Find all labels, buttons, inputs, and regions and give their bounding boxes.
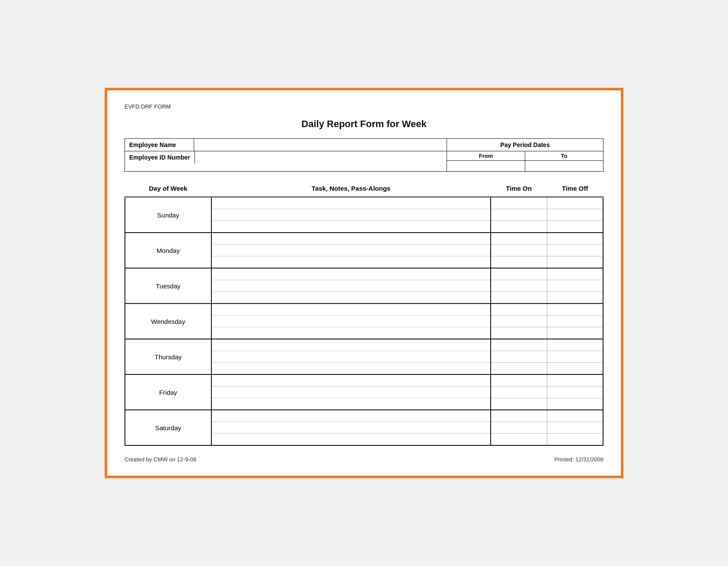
pay-period-dates: From To bbox=[447, 151, 603, 171]
table-row: Thursday bbox=[125, 339, 603, 374]
day-name: Thursday bbox=[155, 353, 182, 361]
employee-id-label: Employee ID Number bbox=[125, 151, 195, 163]
time-on-cell[interactable] bbox=[491, 374, 547, 410]
employee-name-label: Employee Name bbox=[125, 139, 194, 151]
day-name: Monday bbox=[156, 247, 179, 254]
time-off-cell[interactable] bbox=[547, 268, 603, 304]
header-info: Employee Name Employee ID Number Pay Per… bbox=[125, 138, 603, 172]
day-cell-wendesday: Wendesday bbox=[125, 304, 211, 339]
employee-id-row: Employee ID Number bbox=[125, 151, 447, 163]
table-row: Tuesday bbox=[125, 268, 603, 304]
to-label: To bbox=[525, 151, 603, 161]
task-cell[interactable] bbox=[211, 304, 491, 339]
pay-period-from: From bbox=[447, 151, 525, 171]
time-on-cell[interactable] bbox=[491, 339, 547, 374]
time-off-cell[interactable] bbox=[547, 233, 603, 268]
time-on-cell[interactable] bbox=[491, 410, 547, 445]
pay-period-section: Pay Period Dates From To bbox=[447, 139, 603, 171]
time-on-cell[interactable] bbox=[491, 233, 547, 268]
form-title: Daily Report Form for Week bbox=[125, 118, 603, 130]
employee-name-input[interactable] bbox=[194, 139, 447, 151]
table-row: Wendesday bbox=[125, 304, 603, 339]
day-name: Wendesday bbox=[151, 318, 185, 325]
pay-period-to: To bbox=[525, 151, 603, 171]
task-cell[interactable] bbox=[211, 233, 491, 268]
time-on-cell[interactable] bbox=[491, 268, 547, 304]
employee-name-row: Employee Name bbox=[125, 139, 447, 151]
task-cell[interactable] bbox=[211, 197, 491, 233]
time-on-cell[interactable] bbox=[491, 197, 547, 233]
footer-right: Printed: 12/31/2008 bbox=[555, 456, 603, 463]
task-cell[interactable] bbox=[211, 339, 491, 374]
pay-period-title: Pay Period Dates bbox=[447, 139, 603, 151]
time-on-cell[interactable] bbox=[491, 304, 547, 339]
table-row: Friday bbox=[125, 374, 603, 410]
task-cell[interactable] bbox=[211, 410, 491, 445]
task-cell[interactable] bbox=[211, 374, 491, 410]
footer: Created by CMW on 12-9-08 Printed: 12/31… bbox=[125, 456, 603, 463]
task-cell[interactable] bbox=[211, 268, 491, 304]
col-header-time-on: Time On bbox=[491, 180, 547, 197]
time-off-cell[interactable] bbox=[547, 374, 603, 410]
footer-left: Created by CMW on 12-9-08 bbox=[125, 456, 196, 463]
day-cell-friday: Friday bbox=[125, 374, 211, 410]
time-off-cell[interactable] bbox=[547, 339, 603, 374]
table-row: Monday bbox=[125, 233, 603, 268]
day-name: Friday bbox=[159, 389, 177, 396]
time-off-cell[interactable] bbox=[547, 197, 603, 233]
day-name: Saturday bbox=[155, 424, 181, 432]
employee-id-input[interactable] bbox=[195, 151, 447, 163]
employee-section: Employee Name Employee ID Number bbox=[125, 139, 447, 171]
from-input[interactable] bbox=[447, 161, 525, 171]
col-header-day: Day of Week bbox=[125, 180, 211, 197]
day-cell-sunday: Sunday bbox=[125, 197, 211, 233]
day-cell-saturday: Saturday bbox=[125, 410, 211, 445]
table-row: Sunday bbox=[125, 197, 603, 233]
day-cell-monday: Monday bbox=[125, 233, 211, 268]
time-off-cell[interactable] bbox=[547, 304, 603, 339]
to-input[interactable] bbox=[525, 161, 603, 171]
form-container: EVFD DRF FORM Daily Report Form for Week… bbox=[105, 88, 623, 478]
col-header-time-off: Time Off bbox=[547, 180, 603, 197]
table-row: Saturday bbox=[125, 410, 603, 445]
day-name: Tuesday bbox=[156, 282, 181, 290]
day-cell-thursday: Thursday bbox=[125, 339, 211, 374]
main-table: Day of Week Task, Notes, Pass-Alongs Tim… bbox=[125, 180, 603, 446]
day-cell-tuesday: Tuesday bbox=[125, 268, 211, 304]
day-name: Sunday bbox=[157, 211, 179, 219]
from-label: From bbox=[447, 151, 525, 161]
watermark-label: EVFD DRF FORM bbox=[125, 103, 603, 110]
col-header-task: Task, Notes, Pass-Alongs bbox=[211, 180, 491, 197]
time-off-cell[interactable] bbox=[547, 410, 603, 445]
